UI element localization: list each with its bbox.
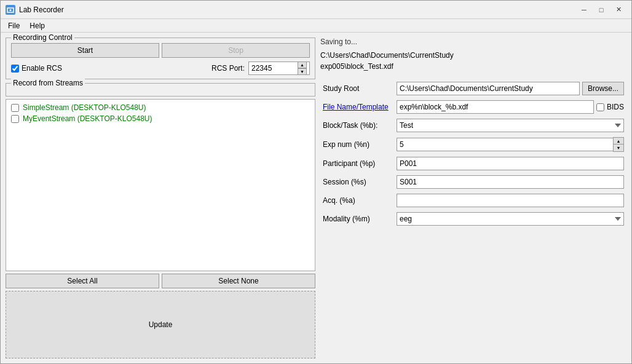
stream-checkbox-1[interactable] [11, 115, 19, 123]
saving-path: C:\Users\Chad\Documents\CurrentStudy exp… [320, 50, 626, 72]
start-button[interactable]: Start [11, 43, 159, 58]
session-label: Session (%s) [320, 173, 394, 191]
enable-rcs-checkbox[interactable] [11, 65, 19, 73]
stream-label-0: SimpleStream (DESKTOP-KLO548U) [23, 103, 146, 112]
close-button[interactable]: ✕ [610, 4, 626, 16]
titlebar-left: Lab Recorder [6, 5, 64, 15]
file-name-template-input[interactable] [397, 100, 594, 114]
study-root-row: Study Root Browse... [320, 79, 626, 98]
form-table: Study Root Browse... File Name/Template [320, 79, 626, 228]
exp-num-input-row: ▲ ▼ [397, 137, 624, 152]
exp-num-input[interactable] [397, 138, 613, 151]
streams-section: Record from Streams SimpleStream (DESKTO… [6, 83, 315, 358]
block-task-label: Block/Task (%b): [320, 116, 394, 135]
enable-rcs-label: Enable RCS [22, 64, 62, 73]
list-item[interactable]: MyEventStream (DESKTOP-KLO548U) [9, 113, 312, 124]
study-root-label: Study Root [320, 79, 394, 98]
list-item[interactable]: SimpleStream (DESKTOP-KLO548U) [9, 102, 312, 113]
block-task-row: Block/Task (%b): Test Rest Training [320, 116, 626, 135]
recording-control-group: Recording Control Start Stop Enable RCS … [6, 38, 315, 79]
rcs-port-group: RCS Port: ▲ ▼ [211, 61, 310, 75]
enable-rcs-row: Enable RCS [11, 64, 62, 73]
window-controls: ─ □ ✕ [576, 4, 626, 16]
browse-button[interactable]: Browse... [582, 82, 624, 95]
acq-input[interactable] [397, 194, 624, 207]
stream-list[interactable]: SimpleStream (DESKTOP-KLO548U) MyEventSt… [6, 99, 315, 271]
modality-row: Modality (%m) eeg meg ieeg eog [320, 210, 626, 228]
bids-checkbox[interactable] [596, 103, 604, 111]
exp-num-down-arrow[interactable]: ▼ [614, 144, 623, 151]
spinbox-up-arrow[interactable]: ▲ [298, 61, 307, 68]
spinbox-arrows: ▲ ▼ [298, 61, 307, 75]
menu-help[interactable]: Help [25, 20, 50, 31]
stream-checkbox-0[interactable] [11, 104, 19, 112]
exp-num-row: Exp num (%n) ▲ ▼ [320, 135, 626, 154]
study-root-input[interactable] [397, 82, 580, 95]
file-name-template-row: File Name/Template BIDS [320, 98, 626, 116]
svg-point-1 [10, 9, 12, 11]
acq-label: Acq. (%a) [320, 191, 394, 210]
streams-title: Record from Streams [11, 79, 85, 87]
app-icon [6, 5, 15, 15]
streams-group: Record from Streams [6, 83, 315, 97]
stream-label-1: MyEventStream (DESKTOP-KLO548U) [23, 114, 152, 123]
saving-path-line2: exp005\block_Test.xdf [320, 62, 393, 71]
main-content: Recording Control Start Stop Enable RCS … [1, 33, 631, 363]
rcs-port-spinbox: ▲ ▼ [248, 61, 310, 75]
titlebar: Lab Recorder ─ □ ✕ [1, 1, 631, 19]
exp-num-arrows: ▲ ▼ [613, 137, 624, 152]
session-input[interactable] [397, 175, 624, 189]
acq-row: Acq. (%a) [320, 191, 626, 210]
stop-button[interactable]: Stop [162, 43, 310, 58]
select-all-button[interactable]: Select All [6, 274, 159, 288]
recording-control-title: Recording Control [11, 33, 74, 42]
block-task-select[interactable]: Test Rest Training [397, 119, 624, 132]
modality-label: Modality (%m) [320, 210, 394, 228]
exp-num-up-arrow[interactable]: ▲ [614, 138, 623, 144]
study-root-input-row: Browse... [397, 82, 624, 95]
select-buttons-row: Select All Select None [6, 274, 315, 288]
start-stop-row: Start Stop [11, 43, 310, 58]
left-panel: Recording Control Start Stop Enable RCS … [6, 38, 315, 358]
rcs-row: Enable RCS RCS Port: ▲ ▼ [11, 61, 310, 75]
bids-label: BIDS [607, 103, 624, 111]
participant-row: Participant (%p) [320, 154, 626, 173]
modality-select[interactable]: eeg meg ieeg eog [397, 212, 624, 226]
rcs-port-label: RCS Port: [211, 64, 245, 73]
session-row: Session (%s) [320, 173, 626, 191]
right-panel: Saving to... C:\Users\Chad\Documents\Cur… [320, 38, 626, 358]
minimize-button[interactable]: ─ [576, 4, 592, 16]
window-title: Lab Recorder [19, 6, 64, 14]
main-window: Lab Recorder ─ □ ✕ File Help Recording C… [0, 0, 632, 364]
select-none-button[interactable]: Select None [162, 274, 315, 288]
bids-row: BIDS [397, 100, 624, 114]
saving-path-line1: C:\Users\Chad\Documents\CurrentStudy [320, 51, 454, 60]
exp-num-label: Exp num (%n) [320, 135, 394, 154]
participant-input[interactable] [397, 157, 624, 170]
spinbox-down-arrow[interactable]: ▼ [298, 68, 307, 75]
menu-file[interactable]: File [3, 20, 25, 31]
menubar: File Help [1, 19, 631, 33]
update-button[interactable]: Update [6, 291, 315, 358]
rcs-port-input[interactable] [251, 64, 298, 73]
saving-to-label: Saving to... [320, 38, 626, 46]
participant-label: Participant (%p) [320, 154, 394, 173]
file-name-template-label[interactable]: File Name/Template [323, 103, 389, 111]
maximize-button[interactable]: □ [593, 4, 609, 16]
